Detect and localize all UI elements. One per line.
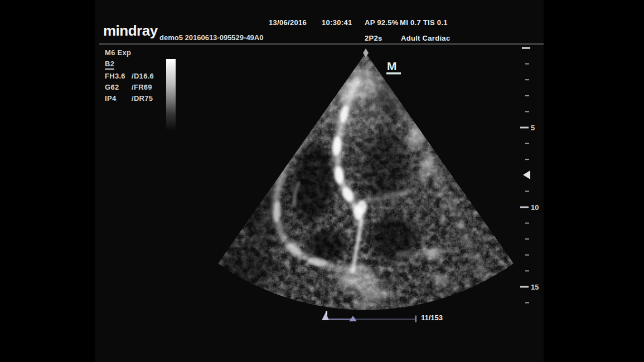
ruler-tick (525, 95, 529, 96)
ruler-tick (525, 159, 529, 160)
depth-label-5: 5 (531, 124, 535, 132)
ruler-tick (520, 127, 529, 129)
cine-end-tick (415, 316, 417, 322)
ultrasound-machine-screen: mindray demo5 20160613-095529-49A0 13/06… (0, 0, 644, 362)
cine-scrubber (322, 311, 417, 322)
orientation-marker: M (386, 60, 401, 75)
ruler-tick (520, 286, 529, 288)
focus-marker[interactable] (523, 170, 530, 179)
echo-sector (212, 45, 519, 320)
ruler-tick (525, 79, 529, 80)
ruler-tick (525, 223, 529, 224)
display-area: mindray demo5 20160613-095529-49A0 13/06… (95, 0, 544, 362)
orientation-marker-underline (386, 72, 401, 75)
ruler-tick (525, 190, 529, 192)
cine-track-played (327, 319, 353, 320)
ruler-tick (525, 238, 529, 239)
ultrasound-image: M 5 10 15 (95, 0, 544, 362)
ruler-tick (525, 255, 529, 256)
depth-label-15: 15 (531, 283, 539, 291)
orientation-marker-letter: M (387, 60, 397, 72)
ruler-tick (525, 270, 529, 271)
ruler-tick (525, 63, 529, 65)
ruler-tick (522, 47, 530, 49)
ruler-tick (520, 207, 529, 208)
cine-start-flag (322, 312, 329, 320)
ruler-tick (525, 143, 529, 144)
ruler-tick (525, 302, 529, 304)
depth-label-10: 10 (531, 203, 539, 212)
ruler-tick (525, 111, 529, 112)
